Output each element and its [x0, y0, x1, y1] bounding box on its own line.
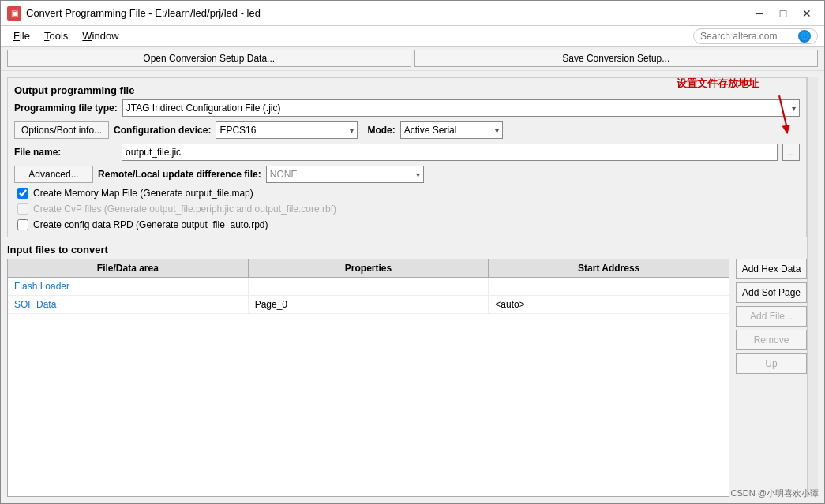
row2-area[interactable]: SOF Data: [8, 296, 249, 313]
annotation-text: 设置文件存放地址: [677, 77, 759, 91]
mode-label: Mode:: [367, 125, 395, 136]
maximize-button[interactable]: □: [772, 5, 794, 22]
main-window: ▣ Convert Programming File - E:/learn/le…: [0, 0, 825, 504]
mode-dropdown[interactable]: Active Serial ▾: [400, 121, 503, 139]
advanced-button[interactable]: Advanced...: [14, 166, 93, 183]
table-row[interactable]: SOF Data Page_0 <auto>: [8, 296, 729, 314]
input-section-inner: File/Data area Properties Start Address …: [7, 259, 807, 497]
remote-dropdown-arrow-icon: ▾: [416, 170, 420, 179]
window-controls: ─ □ ✕: [748, 5, 818, 22]
mode-value: Active Serial: [404, 125, 457, 136]
content-area: 设置文件存放地址 Output programming file Program…: [1, 71, 824, 503]
up-button: Up: [736, 353, 807, 374]
config-row: Options/Boot info... Configuration devic…: [14, 121, 800, 139]
config-device-value: EPCS16: [219, 125, 256, 136]
add-hex-data-button[interactable]: Add Hex Data: [736, 259, 807, 279]
close-button[interactable]: ✕: [796, 5, 818, 22]
table-row[interactable]: Flash Loader: [8, 278, 729, 296]
scrollbar[interactable]: [807, 77, 818, 497]
menu-items: File Tools Window: [7, 28, 126, 43]
side-buttons: Add Hex Data Add Sof Page Add File... Re…: [736, 259, 807, 497]
remote-local-label: Remote/Local update difference file:: [98, 169, 261, 180]
checkbox3-row: Create config data RPD (Generate output_…: [14, 219, 800, 230]
config-dropdown-arrow-icon: ▾: [350, 126, 354, 135]
checkbox2-row: Create CvP files (Generate output_file.p…: [14, 203, 800, 215]
create-config-rpd-checkbox[interactable]: [17, 219, 28, 230]
menu-file[interactable]: File: [7, 28, 36, 43]
row2-address: <auto>: [489, 296, 729, 313]
file-browse-button[interactable]: ...: [782, 144, 800, 161]
row1-properties: [249, 278, 489, 295]
row1-area[interactable]: Flash Loader: [8, 278, 249, 295]
prog-file-type-dropdown[interactable]: JTAG Indirect Configuration File (.jic) …: [122, 99, 800, 117]
checkbox1-row: Create Memory Map File (Generate output_…: [14, 188, 800, 199]
menu-tools[interactable]: Tools: [38, 28, 74, 43]
title-bar-left: ▣ Convert Programming File - E:/learn/le…: [7, 6, 261, 21]
advanced-row: Advanced... Remote/Local update differen…: [14, 166, 800, 183]
watermark: CSDN @小明喜欢小谭: [731, 487, 819, 499]
file-table: File/Data area Properties Start Address …: [7, 259, 729, 497]
window-title: Convert Programming File - E:/learn/led/…: [26, 7, 261, 19]
col-file-data-area: File/Data area: [8, 259, 249, 277]
open-conversion-button[interactable]: Open Conversion Setup Data...: [7, 50, 411, 67]
file-name-input[interactable]: [122, 144, 778, 161]
remote-local-value: NONE: [270, 169, 298, 180]
toolbar: Open Conversion Setup Data... Save Conve…: [1, 47, 824, 71]
remote-local-dropdown[interactable]: NONE ▾: [266, 166, 424, 183]
prog-file-type-value: JTAG Indirect Configuration File (.jic): [126, 103, 281, 114]
output-section-inner: Programming file type: JTAG Indirect Con…: [14, 99, 800, 230]
input-section: Input files to convert File/Data area Pr…: [7, 244, 807, 497]
add-file-button: Add File...: [736, 306, 807, 327]
config-device-label: Configuration device:: [114, 125, 211, 136]
input-section-title: Input files to convert: [7, 244, 807, 256]
col-start-address: Start Address: [489, 259, 729, 277]
globe-icon: 🌐: [798, 30, 811, 43]
minimize-button[interactable]: ─: [748, 5, 771, 22]
create-memory-map-checkbox[interactable]: [17, 188, 28, 199]
prog-file-type-label: Programming file type:: [14, 103, 118, 114]
prog-file-type-row: Programming file type: JTAG Indirect Con…: [14, 99, 800, 117]
app-icon: ▣: [7, 6, 21, 21]
row2-properties: Page_0: [249, 296, 489, 313]
table-header: File/Data area Properties Start Address: [8, 259, 729, 278]
file-name-label: File name:: [14, 147, 117, 158]
menu-bar: File Tools Window 🌐: [1, 26, 824, 47]
add-sof-page-button[interactable]: Add Sof Page: [736, 282, 807, 303]
dropdown-arrow-icon: ▾: [792, 104, 796, 113]
menu-window[interactable]: Window: [76, 28, 125, 43]
output-wrapper: 设置文件存放地址 Output programming file Program…: [7, 77, 807, 237]
file-name-row: File name: ...: [14, 144, 800, 161]
row1-address: [489, 278, 729, 295]
mode-dropdown-arrow-icon: ▾: [495, 126, 499, 135]
create-cvp-checkbox: [17, 203, 28, 215]
create-memory-map-label[interactable]: Create Memory Map File (Generate output_…: [33, 188, 253, 199]
options-boot-button[interactable]: Options/Boot info...: [14, 121, 109, 139]
search-box[interactable]: 🌐: [693, 28, 818, 44]
col-properties: Properties: [249, 259, 489, 277]
main-panel: 设置文件存放地址 Output programming file Program…: [7, 77, 807, 497]
search-input[interactable]: [700, 31, 795, 42]
output-section: 设置文件存放地址 Output programming file Program…: [7, 77, 807, 237]
save-conversion-button[interactable]: Save Conversion Setup...: [414, 50, 819, 67]
create-cvp-label: Create CvP files (Generate output_file.p…: [33, 203, 336, 215]
remove-button: Remove: [736, 330, 807, 350]
create-config-rpd-label[interactable]: Create config data RPD (Generate output_…: [33, 219, 268, 230]
title-bar: ▣ Convert Programming File - E:/learn/le…: [1, 1, 824, 26]
config-device-dropdown[interactable]: EPCS16 ▾: [216, 121, 358, 139]
